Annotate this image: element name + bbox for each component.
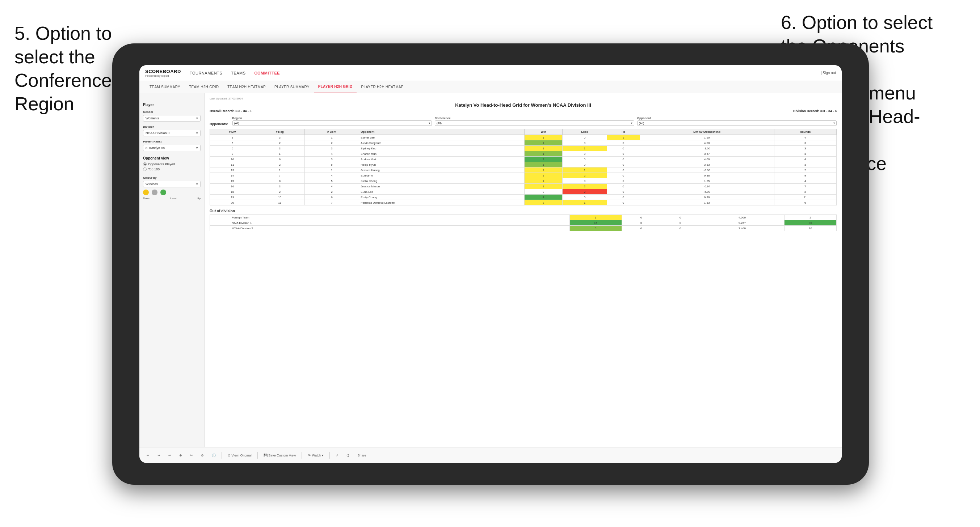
tablet-screen: SCOREBOARD Powered by clippd TOURNAMENTS… [139, 65, 842, 463]
main-content: Player Gender Women's ▾ Division NCAA Di… [139, 93, 842, 447]
colour-level [152, 189, 158, 195]
col-opponent: Opponent [359, 129, 525, 135]
sidebar: Player Gender Women's ▾ Division NCAA Di… [139, 93, 205, 447]
toolbar-divider-2 [258, 452, 258, 459]
radio-top100[interactable]: Top 100 [143, 167, 200, 171]
records-row: Overall Record: 353 - 34 - 6 Division Re… [210, 109, 837, 113]
filter-opponent-select[interactable]: (All) ▾ [637, 121, 837, 126]
filter-opponent-label: Opponent [637, 116, 837, 120]
nav-signout[interactable]: | Sign out [821, 71, 836, 75]
toolbar-cut[interactable]: ✂ [188, 452, 195, 458]
sidebar-opponent-view-group: Opponents Played Top 100 [143, 162, 200, 171]
out-division-row: NCAA Division 2 5 0 0 7.400 10 [210, 226, 837, 231]
filter-conf-group: Conference (All) ▾ [435, 116, 634, 126]
filter-region-select[interactable]: (All) ▾ [232, 121, 432, 126]
col-tie: Tie [607, 129, 640, 135]
table-row: 1585 Stella Cheng 1 0 0 1.25 4 [210, 178, 837, 184]
out-division-title: Out of division [210, 209, 837, 213]
sidebar-colour-by-label: Colour by [143, 176, 200, 179]
subnav-player-h2h-heatmap[interactable]: PLAYER H2H HEATMAP [356, 81, 408, 93]
filter-conf-label: Conference [435, 116, 634, 120]
filter-conf-select[interactable]: (All) ▾ [435, 121, 634, 126]
filter-region-label: Region [232, 116, 432, 120]
col-reg: # Reg [255, 129, 304, 135]
out-division-table: Foreign Team 1 0 0 4.500 2 NAIA Division… [210, 214, 837, 231]
logo-text: SCOREBOARD [145, 69, 181, 74]
sidebar-player-rank-field[interactable]: 8. Katelyn Vo ▾ [143, 145, 200, 151]
main-data-table: # Div # Reg # Conf Opponent Win Loss Tie… [210, 129, 837, 205]
table-row: 1474 Eunice Yi 2 2 0 0.38 9 [210, 173, 837, 178]
sidebar-colour-by-field[interactable]: Win/loss ▾ [143, 181, 200, 187]
col-win: Win [525, 129, 563, 135]
radio-dot-top100 [143, 167, 146, 171]
bottom-toolbar: ↩ ↪ ↩ ⊕ ✂ ⊙ 🕐 ⊙ View: Original 💾 Save Cu… [139, 447, 842, 463]
last-updated: Last Updated: 27/03/2024 [210, 97, 837, 100]
opponents-label: Opponents: [210, 122, 228, 126]
toolbar-divider-3 [302, 452, 302, 459]
sidebar-opponent-view-title: Opponent view [143, 156, 200, 160]
nav-tournaments[interactable]: TOURNAMENTS [190, 71, 222, 75]
table-row: 522 Alexis Sudjianto 1 0 0 4.00 3 [210, 140, 837, 146]
col-rounds: Rounds [774, 129, 836, 135]
nav-teams[interactable]: TEAMS [231, 71, 245, 75]
table-row: 1822 Euna Lee 0 2 0 -5.00 2 [210, 189, 837, 195]
table-row: 1063 Andrea York 2 0 0 4.00 4 [210, 157, 837, 162]
toolbar-back[interactable]: ↩ [166, 452, 173, 458]
colour-down [143, 189, 149, 195]
subnav-team-h2h-grid[interactable]: TEAM H2H GRID [185, 81, 223, 93]
colour-up [161, 189, 166, 195]
toolbar-divider-4 [329, 452, 330, 459]
col-conf: # Conf [304, 129, 359, 135]
table-row: 331 Esther Lee 1 0 1 1.50 4 [210, 135, 837, 140]
sidebar-gender-field[interactable]: Women's ▾ [143, 115, 200, 122]
table-row: 914 Sharon Mun 1 0 0 3.67 3 [210, 151, 837, 157]
nav-committee[interactable]: COMMITTEE [255, 71, 280, 75]
overall-record: Overall Record: 353 - 34 - 6 [210, 109, 251, 113]
sidebar-player-rank-label: Player (Rank) [143, 140, 200, 143]
toolbar-undo[interactable]: ↩ [145, 452, 152, 458]
sidebar-gender-label: Gender [143, 110, 200, 114]
sidebar-player-title: Player [143, 103, 200, 107]
out-division-row: NAIA Division 1 15 0 0 9.267 30 [210, 220, 837, 226]
sub-nav: TEAM SUMMARY TEAM H2H GRID TEAM H2H HEAT… [139, 81, 842, 93]
radio-dot-opponents [143, 162, 146, 166]
table-row: 633 Sydney Kuo 1 1 0 -1.00 3 [210, 146, 837, 151]
filter-row: Opponents: Region (All) ▾ Conference (Al… [210, 116, 837, 126]
col-div: # Div [210, 129, 255, 135]
logo-area: SCOREBOARD Powered by clippd [145, 69, 181, 78]
toolbar-clock[interactable]: 🕐 [210, 452, 218, 458]
division-record: Division Record: 331 - 34 - 6 [793, 109, 837, 113]
grid-title: Katelyn Vo Head-to-Head Grid for Women's… [210, 102, 837, 108]
subnav-player-summary[interactable]: PLAYER SUMMARY [270, 81, 314, 93]
subnav-player-h2h-grid[interactable]: PLAYER H2H GRID [314, 81, 357, 93]
col-diff: Diff Av Strokes/Rnd [640, 129, 774, 135]
table-row: 1634 Jessica Mason 1 2 0 -0.94 7 [210, 184, 837, 189]
toolbar-watch[interactable]: 👁 Watch ▾ [305, 452, 326, 458]
logo-sub: Powered by clippd [145, 74, 181, 78]
toolbar-redo-1[interactable]: ↪ [155, 452, 162, 458]
sidebar-division-field[interactable]: NCAA Division III ▾ [143, 130, 200, 137]
grid-area: Last Updated: 27/03/2024 Katelyn Vo Head… [205, 93, 842, 447]
col-loss: Loss [562, 129, 607, 135]
table-row: 1311 Jessica Huang 1 1 0 -3.00 2 [210, 167, 837, 173]
toolbar-code[interactable]: ⟨⟩ [344, 452, 352, 458]
toolbar-view-original[interactable]: ⊙ View: Original [226, 452, 254, 458]
toolbar-export[interactable]: ↗ [333, 452, 340, 458]
table-row: 19106 Emily Chang 4 0 0 0.30 11 [210, 195, 837, 200]
subnav-team-summary[interactable]: TEAM SUMMARY [145, 81, 185, 93]
table-row: 1125 Heejo Hyun 1 0 0 3.33 3 [210, 162, 837, 167]
subnav-team-h2h-heatmap[interactable]: TEAM H2H HEATMAP [223, 81, 270, 93]
toolbar-add[interactable]: ⊕ [177, 452, 184, 458]
nav-links: TOURNAMENTS TEAMS COMMITTEE [190, 71, 821, 75]
filter-opponent-group: Opponent (All) ▾ [637, 116, 837, 126]
filter-region-group: Region (All) ▾ [232, 116, 432, 126]
toolbar-connect[interactable]: ⊙ [199, 452, 206, 458]
toolbar-save-view[interactable]: 💾 Save Custom View [261, 452, 298, 458]
sidebar-colour-circles [143, 189, 200, 195]
toolbar-share[interactable]: Share [355, 452, 368, 458]
toolbar-divider-1 [221, 452, 222, 459]
radio-opponents-played[interactable]: Opponents Played [143, 162, 200, 166]
sidebar-legend: Down Level Up [143, 197, 200, 200]
top-nav: SCOREBOARD Powered by clippd TOURNAMENTS… [139, 65, 842, 81]
sidebar-division-label: Division [143, 125, 200, 129]
